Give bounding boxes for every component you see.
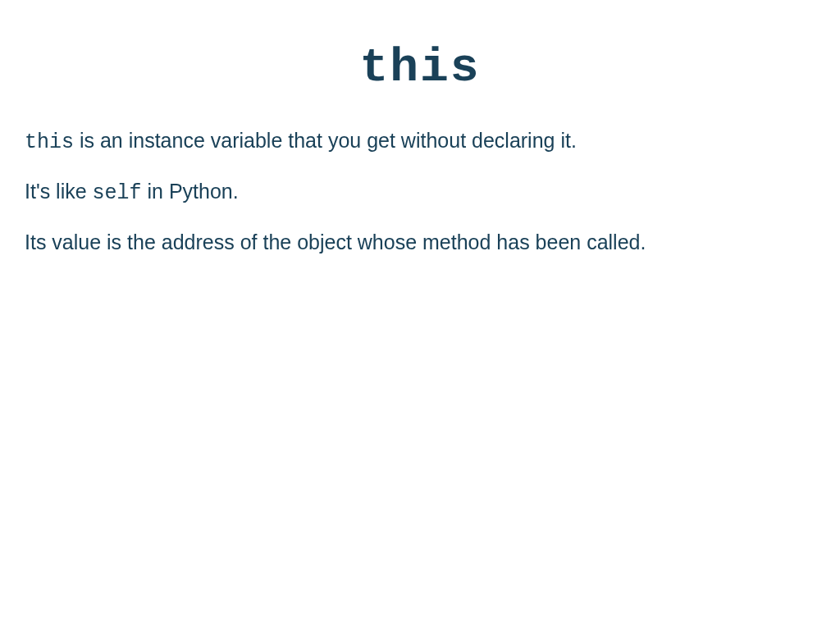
slide: this this is an instance variable that y… bbox=[0, 0, 840, 630]
paragraph-2: It's like self in Python. bbox=[25, 178, 815, 208]
paragraph-1-text: is an instance variable that you get wit… bbox=[74, 129, 577, 152]
code-this: this bbox=[25, 130, 74, 154]
slide-title: this bbox=[25, 41, 815, 94]
paragraph-2-prefix: It's like bbox=[25, 180, 93, 203]
paragraph-3: Its value is the address of the object w… bbox=[25, 229, 815, 257]
paragraph-2-suffix: in Python. bbox=[142, 180, 239, 203]
code-self: self bbox=[93, 181, 142, 205]
paragraph-1: this is an instance variable that you ge… bbox=[25, 127, 815, 157]
